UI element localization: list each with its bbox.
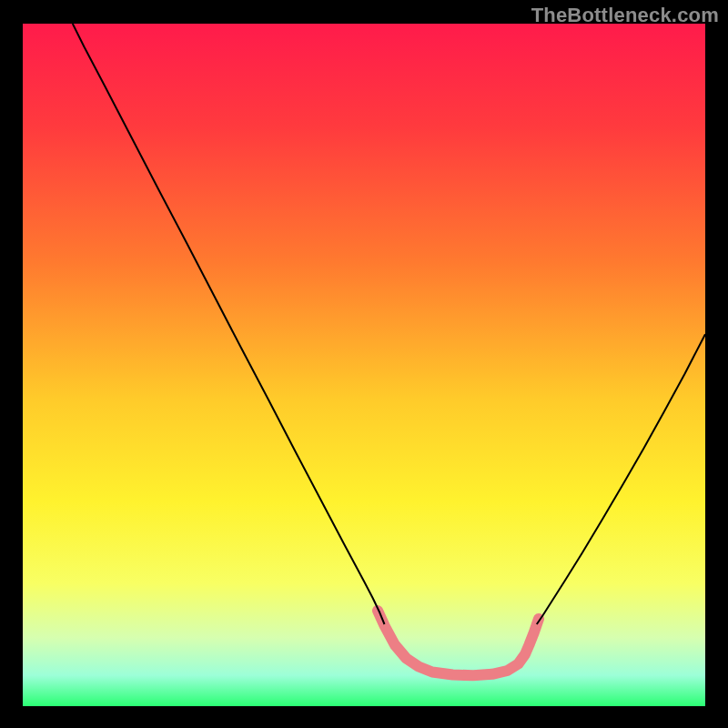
left-curve-line — [73, 24, 385, 624]
curve-layer — [23, 24, 705, 706]
pink-band-line — [378, 611, 539, 675]
attribution-text: TheBottleneck.com — [531, 4, 719, 27]
plot-area — [23, 24, 705, 706]
right-curve-line — [537, 334, 705, 624]
chart-frame: TheBottleneck.com — [0, 0, 728, 728]
